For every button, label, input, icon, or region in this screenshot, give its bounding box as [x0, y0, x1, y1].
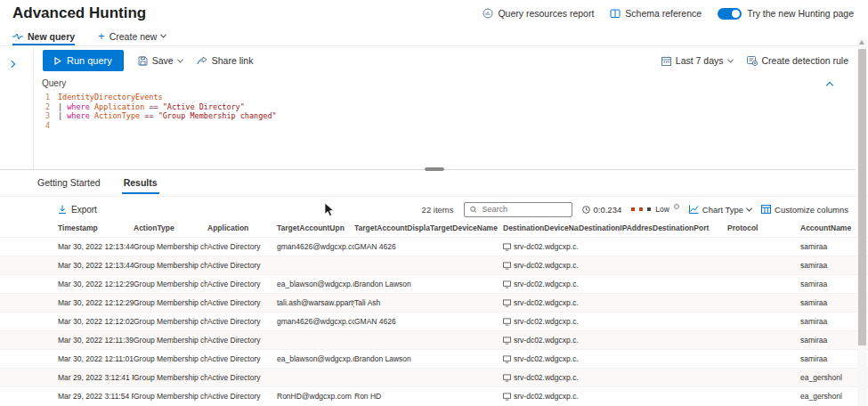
chart-type-dropdown[interactable]: Chart Type — [689, 205, 751, 215]
cell-destination-device-name[interactable]: srv-dc02.wdgcxp.c... — [503, 354, 579, 363]
destination-device-name-text: srv-dc02.wdgcxp.c... — [514, 261, 579, 270]
query-line — [58, 121, 856, 131]
expand-panel-chevron[interactable] — [8, 61, 15, 68]
query-icon — [12, 33, 23, 40]
column-header[interactable]: Protocol — [727, 223, 800, 232]
column-header[interactable]: Application — [207, 223, 277, 232]
play-icon — [54, 57, 61, 65]
page-header: Advanced Hunting Query resources report … — [0, 0, 868, 27]
tab-getting-started[interactable]: Getting Started — [37, 177, 101, 196]
cell-target-account-upn: RonHD@wdgcxp.com — [277, 392, 354, 401]
time-range-dropdown[interactable]: Last 7 days — [661, 55, 733, 66]
items-count: 22 items — [422, 205, 454, 215]
cell-target-account-upn: ea_blawson@wdgcxp.co... — [277, 280, 354, 288]
scrollbar-thumb[interactable] — [858, 49, 866, 345]
cell-destination-device-name[interactable]: srv-dc02.wdgcxp.c... — [503, 373, 579, 382]
table-row[interactable]: Mar 30, 2022 12:12:02 PM Group Membershi… — [0, 312, 868, 330]
line-numbers: 1234 — [35, 93, 58, 130]
cell-destination-device-name[interactable]: srv-dc02.wdgcxp.c... — [503, 242, 579, 251]
cell-destination-device-name[interactable]: srv-dc02.wdgcxp.c... — [503, 298, 579, 307]
cell-timestamp: Mar 30, 2022 12:12:02 PM — [58, 317, 134, 326]
column-header[interactable]: ActionType — [134, 223, 207, 232]
cell-action-type: Group Membership cha... — [134, 373, 207, 382]
cell-application: Active Directory — [207, 392, 277, 401]
share-link-button[interactable]: Share link — [197, 55, 254, 66]
chevron-down-icon — [160, 32, 166, 38]
detection-rule-icon — [747, 56, 758, 66]
column-header[interactable]: DestinationIPAddress — [579, 223, 653, 232]
cell-action-type: Group Membership cha... — [134, 261, 207, 270]
export-label: Export — [71, 205, 97, 215]
query-code-editor[interactable]: 1234 IdentityDirectoryEvents | where App… — [35, 93, 856, 130]
customize-columns-button[interactable]: Customize columns — [761, 205, 848, 215]
cell-destination-device-name[interactable]: srv-dc02.wdgcxp.c... — [503, 317, 579, 326]
usage-square — [639, 207, 643, 211]
scroll-up-arrow[interactable] — [859, 40, 864, 45]
results-toolbar: Export 22 items 0:0.234 Low — [0, 197, 868, 219]
cell-timestamp: Mar 30, 2022 12:13:44 PM — [58, 242, 134, 251]
destination-device-name-text: srv-dc02.wdgcxp.c... — [514, 336, 579, 345]
save-button[interactable]: Save — [138, 55, 183, 66]
device-icon — [503, 299, 511, 307]
column-header[interactable]: DestinationPort — [653, 223, 727, 232]
toggle-knob — [732, 10, 740, 18]
table-row[interactable]: Mar 30, 2022 12:13:44 PM Group Membershi… — [0, 237, 868, 256]
new-hunting-page-toggle[interactable] — [718, 8, 742, 20]
tab-results[interactable]: Results — [124, 177, 158, 196]
cell-application: Active Directory — [207, 336, 277, 345]
table-row[interactable]: Mar 30, 2022 12:11:01 PM Group Membershi… — [0, 349, 868, 368]
column-header[interactable]: DestinationDeviceName — [503, 223, 579, 232]
table-row[interactable]: Mar 30, 2022 12:12:29 PM Group Membershi… — [0, 274, 868, 293]
cell-destination-device-name[interactable]: srv-dc02.wdgcxp.c... — [503, 392, 579, 401]
results-section: Getting Started Results Export 22 items … — [0, 170, 868, 406]
new-query-label: New query — [28, 31, 75, 42]
results-tab-bar: Getting Started Results — [0, 170, 868, 197]
schema-reference-button[interactable]: Schema reference — [610, 8, 702, 19]
table-row[interactable]: Mar 30, 2022 12:13:44 PM Group Membershi… — [0, 256, 868, 274]
table-row[interactable]: Mar 29, 2022 3:11:54 PM Group Membership… — [0, 386, 868, 405]
resource-usage-label: Low — [655, 205, 669, 214]
cell-action-type: Group Membership cha... — [134, 317, 207, 326]
create-new-button[interactable]: + Create new — [98, 27, 166, 45]
vertical-scrollbar[interactable] — [857, 37, 867, 406]
info-icon[interactable] — [674, 204, 679, 209]
table-row[interactable]: Mar 30, 2022 12:11:39 PM Group Membershi… — [0, 330, 868, 349]
save-icon — [138, 56, 148, 66]
cell-application: Active Directory — [207, 373, 277, 382]
collapse-query-chevron[interactable] — [826, 82, 833, 89]
cell-application: Active Directory — [207, 354, 277, 363]
create-detection-rule-button[interactable]: Create detection rule — [747, 55, 848, 66]
cell-application: Active Directory — [207, 298, 277, 307]
time-range-label: Last 7 days — [676, 55, 724, 66]
cell-application: Active Directory — [207, 242, 277, 251]
column-header[interactable]: TargetAccountDisplayName — [354, 223, 430, 232]
tab-new-query[interactable]: New query — [12, 27, 75, 45]
cell-timestamp: Mar 29, 2022 3:11:54 PM — [58, 392, 134, 401]
search-box[interactable] — [464, 202, 572, 217]
table-row[interactable]: Mar 29, 2022 3:12:41 PM Group Membership… — [0, 368, 868, 386]
chevron-down-icon — [746, 205, 752, 211]
search-input[interactable] — [480, 204, 565, 215]
query-line: | where ActionType == "Group Membership … — [58, 111, 856, 121]
query-resources-report-button[interactable]: Query resources report — [483, 8, 594, 19]
resource-usage-indicator: Low — [631, 205, 679, 214]
column-header[interactable]: TargetDeviceName — [430, 223, 503, 232]
column-header[interactable]: TargetAccountUpn — [277, 223, 354, 232]
cell-target-account-upn: tali.ash@warsaw.ppartyk... — [277, 298, 354, 307]
query-line: IdentityDirectoryEvents — [58, 93, 856, 102]
run-query-button[interactable]: Run query — [43, 50, 124, 71]
table-row[interactable]: Mar 30, 2022 12:12:29 PM Group Membershi… — [0, 293, 868, 312]
cell-timestamp: Mar 30, 2022 12:11:01 PM — [58, 354, 134, 363]
cell-destination-device-name[interactable]: srv-dc02.wdgcxp.c... — [503, 280, 579, 288]
book-icon — [610, 9, 621, 19]
cell-timestamp: Mar 29, 2022 3:12:41 PM — [58, 373, 134, 382]
column-header[interactable]: Timestamp — [58, 223, 134, 232]
destination-device-name-text: srv-dc02.wdgcxp.c... — [514, 373, 579, 382]
export-button[interactable]: Export — [58, 205, 97, 215]
destination-device-name-text: srv-dc02.wdgcxp.c... — [514, 354, 579, 363]
cell-destination-device-name[interactable]: srv-dc02.wdgcxp.c... — [503, 336, 579, 345]
query-panel-label: Query — [42, 78, 66, 88]
cell-destination-device-name[interactable]: srv-dc02.wdgcxp.c... — [503, 261, 579, 270]
chevron-down-icon — [726, 56, 733, 62]
cell-target-account-display-name: Brandon Lawson — [354, 354, 430, 363]
